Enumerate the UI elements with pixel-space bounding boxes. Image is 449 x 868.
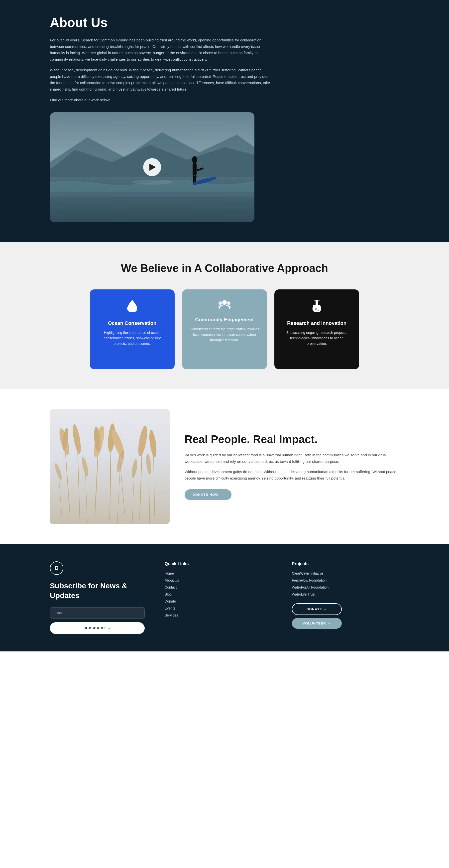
footer-subscribe-title: Subscribe for News & Updates	[50, 581, 145, 600]
svg-point-17	[318, 310, 319, 311]
svg-rect-15	[314, 300, 320, 301]
footer-quick-links: Quick Links Home About Us Contact Blog D…	[165, 561, 272, 634]
hero-paragraph-1: For over 40 years, Search for Common Gro…	[50, 37, 275, 62]
flask-icon	[311, 300, 322, 315]
footer: D Subscribe for News & Updates SUBSCRIBE…	[0, 544, 449, 651]
svg-point-16	[315, 308, 317, 310]
footer-project-freshflow[interactable]: FreshFlow Foundation	[292, 578, 399, 582]
video-container[interactable]	[50, 112, 254, 222]
hero-section: About Us For over 40 years, Search for C…	[0, 0, 449, 242]
footer-link-about[interactable]: About Us	[165, 578, 272, 582]
footer-projects: Projects ClearWater Initiative FreshFlow…	[292, 561, 399, 634]
projects-heading: Projects	[292, 561, 399, 566]
water-drop-icon	[127, 300, 138, 315]
footer-project-waterforall[interactable]: WaterForAll Foundation	[292, 585, 399, 589]
hero-paragraph-2: Without peace, development gains do not …	[50, 67, 275, 92]
footer-link-home[interactable]: Home	[165, 571, 272, 575]
footer-project-waterlife[interactable]: WaterLife Trust	[292, 592, 399, 596]
card-ocean-desc: Highlighting the importance of ocean con…	[97, 330, 167, 346]
footer-link-blog[interactable]: Blog	[165, 592, 272, 596]
hero-title: About Us	[50, 15, 399, 30]
footer-left: D Subscribe for News & Updates SUBSCRIBE…	[50, 561, 145, 634]
community-icon	[218, 300, 231, 312]
card-community-title: Community Engagement	[195, 316, 254, 323]
svg-point-13	[227, 301, 230, 305]
play-button[interactable]	[143, 158, 161, 176]
collab-section: We Believe in A Collaborative Approach O…	[0, 242, 449, 389]
cards-row: Ocean Conservation Highlighting the impo…	[50, 289, 399, 369]
card-research-innovation: Research and Innovation Showcasing ongoi…	[275, 289, 359, 369]
impact-title: Real People. Real Impact.	[185, 433, 399, 446]
svg-point-12	[219, 301, 222, 305]
donate-now-button[interactable]: DONATE NOW →	[185, 489, 231, 500]
quick-links-heading: Quick Links	[165, 561, 272, 566]
card-ocean-conservation: Ocean Conservation Highlighting the impo…	[90, 289, 174, 369]
footer-link-events[interactable]: Events	[165, 606, 272, 610]
card-community-desc: Demonstrating how the organization invol…	[190, 326, 259, 343]
collab-title: We Believe in A Collaborative Approach	[50, 262, 399, 274]
card-community-engagement: Community Engagement Demonstrating how t…	[182, 289, 267, 369]
footer-action-buttons: DONATE → VOLUNTEER →	[292, 603, 399, 629]
footer-logo: D	[50, 561, 63, 575]
footer-donate-button[interactable]: DONATE →	[292, 603, 342, 615]
email-input[interactable]	[50, 607, 145, 619]
impact-paragraph-2: Without peace, development gains do not …	[185, 469, 399, 481]
impact-content: Real People. Real Impact. WCK's work is …	[185, 433, 399, 500]
footer-link-donate[interactable]: Donate	[165, 599, 272, 603]
footer-project-clearwater[interactable]: ClearWater Initiative	[292, 571, 399, 575]
find-out-text: Find out more about our work below.	[50, 97, 275, 103]
grass-illustration	[50, 409, 170, 524]
impact-image	[50, 409, 170, 524]
footer-link-contact[interactable]: Contact	[165, 585, 272, 589]
footer-link-services[interactable]: Services	[165, 613, 272, 617]
video-overlay	[50, 112, 254, 222]
card-research-desc: Showcasing ongoing research projects, te…	[282, 330, 352, 346]
subscribe-button[interactable]: SUBSCRIBE →	[50, 622, 145, 634]
svg-point-11	[222, 300, 227, 305]
impact-paragraph-1: WCK's work is guided by our belief that …	[185, 452, 399, 465]
impact-section: Real People. Real Impact. WCK's work is …	[0, 389, 449, 544]
card-research-title: Research and Innovation	[287, 320, 347, 326]
footer-volunteer-button[interactable]: VOLUNTEER →	[292, 618, 342, 629]
card-ocean-title: Ocean Conservation	[108, 320, 157, 326]
